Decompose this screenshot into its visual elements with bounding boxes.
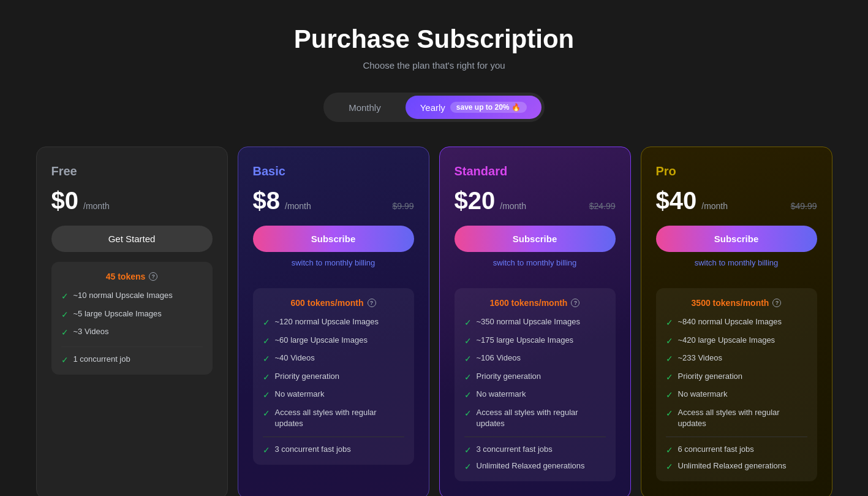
tokens-info-icon: ? — [772, 299, 781, 307]
price-row-free: $0 /month — [51, 187, 213, 215]
plan-name-free: Free — [51, 164, 213, 178]
subscribe-button-basic[interactable]: Subscribe — [253, 226, 414, 252]
monthly-toggle-button[interactable]: Monthly — [326, 96, 403, 119]
check-icon: ✓ — [263, 335, 270, 348]
subscribe-button-standard[interactable]: Subscribe — [455, 226, 616, 252]
check-icon: ✓ — [263, 353, 270, 365]
check-icon: ✓ — [464, 408, 472, 420]
list-item: ✓~3 Videos — [61, 326, 203, 339]
list-item: ✓~120 normal Upscale Images — [263, 316, 404, 329]
list-item: ✓Access all styles with regular updates — [666, 407, 807, 429]
concurrent-feature: ✓ 3 concurrent fast jobs — [464, 444, 606, 455]
basic-tokens-box: 600 tokens/month ? ✓~120 normal Upscale … — [253, 288, 414, 465]
yearly-badge: save up to 20% 🔥 — [450, 102, 527, 113]
price-original-basic: $9.99 — [392, 201, 413, 211]
pro-tokens-box: 3500 tokens/month ? ✓~840 normal Upscale… — [656, 288, 817, 481]
check-icon: ✓ — [666, 353, 673, 365]
standard-tokens-label: 1600 tokens/month ? — [464, 298, 606, 308]
price-period-standard: /month — [500, 201, 526, 211]
list-item: ✓~840 normal Upscale Images — [666, 316, 807, 329]
check-icon: ✓ — [263, 389, 270, 402]
yearly-label: Yearly — [420, 102, 445, 113]
basic-tokens-label: 600 tokens/month ? — [263, 298, 404, 308]
price-main-standard: $20 — [455, 187, 496, 215]
list-item: ✓Priority generation — [263, 371, 404, 384]
check-icon: ✓ — [666, 372, 673, 384]
plan-card-free: Free $0 /month Get Started 45 tokens ? ✓… — [36, 147, 228, 496]
switch-billing-standard[interactable]: switch to monthly billing — [455, 258, 616, 267]
page-subtitle: Choose the plan that's right for you — [363, 60, 505, 71]
list-item: ✓~233 Videos — [666, 353, 807, 365]
price-period-pro: /month — [701, 201, 728, 211]
free-tokens-label: 45 tokens ? — [61, 272, 203, 281]
billing-toggle: Monthly Yearly save up to 20% 🔥 — [323, 93, 545, 122]
check-icon: ✓ — [666, 408, 673, 420]
free-tokens-box: 45 tokens ? ✓~10 normal Upscale Images ✓… — [51, 262, 213, 375]
relaxed-feature: ✓ Unlimited Relaxed generations — [666, 461, 807, 471]
check-icon: ✓ — [666, 445, 673, 455]
check-icon: ✓ — [263, 445, 270, 455]
concurrent-feature: ✓ 1 concurrent job — [61, 354, 203, 365]
check-icon: ✓ — [464, 372, 472, 384]
page-title: Purchase Subscription — [294, 25, 574, 54]
check-icon: ✓ — [666, 389, 673, 402]
price-row-standard: $20 /month $24.99 — [455, 187, 616, 215]
tokens-info-icon: ? — [571, 299, 579, 307]
price-main-pro: $40 — [656, 187, 697, 215]
price-main-free: $0 — [51, 187, 79, 215]
price-period-free: /month — [83, 201, 110, 211]
list-item: ✓~60 large Upscale Images — [263, 335, 404, 348]
yearly-toggle-button[interactable]: Yearly save up to 20% 🔥 — [406, 96, 542, 119]
check-icon: ✓ — [464, 389, 472, 402]
list-item: ✓~420 large Upscale Images — [666, 335, 807, 348]
list-item: ✓Access all styles with regular updates — [464, 407, 606, 429]
tokens-info-icon: ? — [149, 272, 157, 281]
free-features-list: ✓~10 normal Upscale Images ✓~5 large Ups… — [61, 290, 203, 339]
get-started-button[interactable]: Get Started — [51, 226, 213, 252]
list-item: ✓Priority generation — [666, 371, 807, 384]
list-item: ✓~40 Videos — [263, 353, 404, 365]
check-icon: ✓ — [263, 372, 270, 384]
list-item: ✓Priority generation — [464, 371, 606, 384]
list-item: ✓No watermark — [666, 389, 807, 402]
check-icon: ✓ — [61, 327, 69, 339]
switch-billing-basic[interactable]: switch to monthly billing — [253, 258, 414, 267]
check-icon: ✓ — [464, 353, 472, 365]
check-icon: ✓ — [61, 309, 69, 321]
plan-card-standard: Standard $20 /month $24.99 Subscribe swi… — [439, 147, 631, 496]
list-item: ✓~106 Videos — [464, 353, 606, 365]
plan-name-basic: Basic — [253, 164, 414, 178]
price-row-pro: $40 /month $49.99 — [656, 187, 817, 215]
plan-card-pro: Pro $40 /month $49.99 Subscribe switch t… — [641, 147, 832, 496]
check-icon: ✓ — [464, 462, 472, 471]
standard-tokens-box: 1600 tokens/month ? ✓~350 normal Upscale… — [455, 288, 616, 481]
check-icon: ✓ — [61, 291, 69, 303]
plan-name-standard: Standard — [455, 164, 616, 178]
list-item: ✓No watermark — [263, 389, 404, 402]
check-icon: ✓ — [464, 445, 472, 455]
list-item: ✓No watermark — [464, 389, 606, 402]
check-icon: ✓ — [666, 335, 673, 348]
list-item: ✓~350 normal Upscale Images — [464, 316, 606, 329]
relaxed-feature: ✓ Unlimited Relaxed generations — [464, 461, 606, 471]
price-period-basic: /month — [285, 201, 311, 211]
basic-features-list: ✓~120 normal Upscale Images ✓~60 large U… — [263, 316, 404, 429]
check-icon: ✓ — [666, 317, 673, 329]
switch-billing-pro[interactable]: switch to monthly billing — [656, 258, 817, 267]
check-icon: ✓ — [263, 317, 270, 329]
standard-features-list: ✓~350 normal Upscale Images ✓~175 large … — [464, 316, 606, 429]
list-item: ✓~10 normal Upscale Images — [61, 290, 203, 303]
price-main-basic: $8 — [253, 187, 281, 215]
list-item: ✓~175 large Upscale Images — [464, 335, 606, 348]
price-original-pro: $49.99 — [791, 201, 817, 211]
list-item: ✓~5 large Upscale Images — [61, 308, 203, 321]
check-icon: ✓ — [464, 317, 472, 329]
subscribe-button-pro[interactable]: Subscribe — [656, 226, 817, 252]
tokens-info-icon: ? — [368, 299, 376, 307]
price-original-standard: $24.99 — [589, 201, 616, 211]
check-icon: ✓ — [263, 408, 270, 420]
check-icon: ✓ — [464, 335, 472, 348]
check-icon: ✓ — [61, 355, 69, 365]
plan-card-basic: Basic $8 /month $9.99 Subscribe switch t… — [238, 147, 429, 496]
check-icon: ✓ — [666, 462, 673, 471]
